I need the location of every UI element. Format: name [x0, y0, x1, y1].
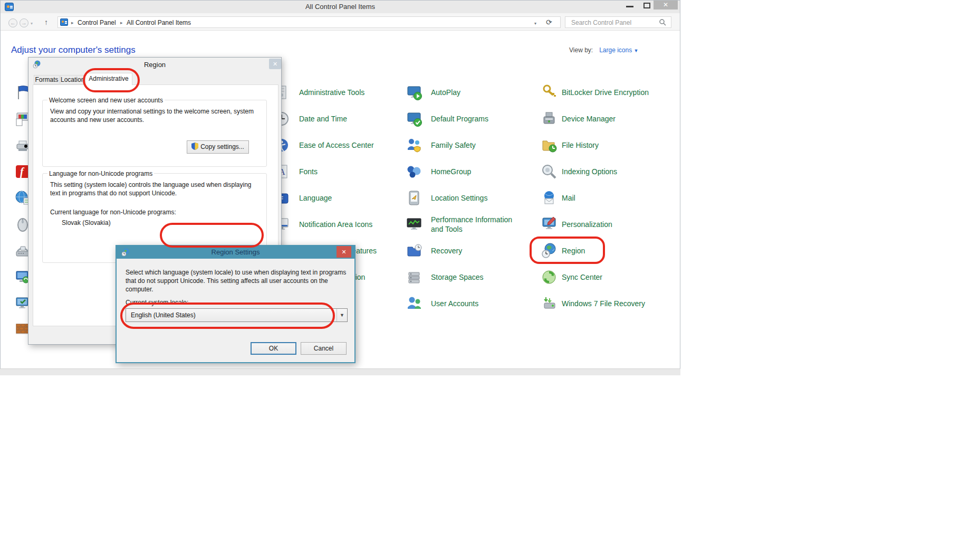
panel-item-label[interactable]: Windows 7 File Recovery — [562, 299, 683, 308]
panel-item-label[interactable]: Family Safety — [431, 140, 552, 150]
panel-item-label[interactable]: Fonts — [299, 167, 420, 176]
navigation-bar: ← → ▾ ↑ ▸ Control Panel ▸ All Control Pa… — [1, 13, 680, 31]
panel-item-label[interactable]: Ease of Access Center — [299, 140, 420, 150]
ok-button[interactable]: OK — [251, 342, 296, 355]
autoplay-icon[interactable] — [406, 84, 422, 101]
minimize-button[interactable] — [626, 6, 633, 7]
non-unicode-text-line1: This setting (system locale) controls th… — [50, 181, 252, 189]
tab-formats[interactable]: Formats — [34, 75, 60, 84]
panel-item-label[interactable]: Region — [562, 246, 683, 256]
panel-item-label[interactable]: Mail — [562, 193, 683, 203]
region-dialog-title: Region — [28, 61, 281, 69]
sync-center-icon[interactable] — [541, 269, 558, 286]
non-unicode-text-line2: text in programs that do not support Uni… — [50, 189, 177, 197]
maximize-button[interactable] — [643, 3, 650, 8]
welcome-screen-groupbox: Welcome screen and new user accounts Vie… — [42, 100, 267, 167]
win7-file-recovery-icon[interactable] — [541, 295, 558, 312]
breadcrumb-separator-icon: ▸ — [120, 20, 123, 25]
region-icon[interactable] — [541, 242, 558, 259]
uac-shield-icon — [191, 142, 198, 154]
family-safety-icon[interactable] — [406, 137, 422, 154]
mail-icon[interactable] — [541, 190, 558, 206]
panel-item-label[interactable]: Indexing Options — [562, 167, 683, 176]
rs-body-line2: that do not support Unicode. This settin… — [126, 277, 328, 285]
panel-item-label[interactable]: Location Settings — [431, 193, 552, 203]
breadcrumb-control-panel[interactable]: Control Panel — [78, 19, 116, 26]
search-box[interactable]: Search Control Panel — [565, 16, 671, 28]
welcome-screen-text-line2: accounts and new user accounts. — [50, 116, 144, 124]
window-title: All Control Panel Items — [1, 3, 680, 11]
history-dropdown-icon[interactable]: ▾ — [31, 21, 33, 26]
view-by-label: View by: — [569, 46, 593, 54]
search-placeholder: Search Control Panel — [571, 19, 631, 26]
cancel-button[interactable]: Cancel — [301, 342, 347, 355]
region-settings-titlebar: Region Settings ✕ — [117, 246, 354, 259]
panel-item-label[interactable]: Device Manager — [562, 114, 683, 124]
region-settings-close-button[interactable]: ✕ — [337, 246, 351, 258]
bitlocker-icon[interactable] — [541, 84, 558, 101]
region-settings-title: Region Settings — [117, 248, 354, 256]
view-by-control: View by:Large icons ▼ — [569, 46, 638, 54]
panel-item-label[interactable]: Default Programs — [431, 114, 552, 124]
rs-body-line1: Select which language (system locale) to… — [126, 268, 346, 277]
storage-spaces-icon[interactable] — [406, 269, 422, 286]
panel-item-label[interactable]: Storage Spaces — [431, 272, 552, 282]
panel-item-label[interactable]: HomeGroup — [431, 167, 552, 176]
welcome-screen-group-title: Welcome screen and new user accounts — [47, 97, 165, 104]
default-programs-icon[interactable] — [406, 110, 422, 127]
breadcrumb-current[interactable]: All Control Panel Items — [127, 19, 191, 26]
panel-item-label[interactable]: AutoPlay — [431, 88, 552, 97]
current-system-locale-label: Current system locale: — [126, 298, 188, 307]
view-by-dropdown-icon[interactable]: ▼ — [634, 48, 639, 53]
copy-settings-button[interactable]: Copy settings... — [187, 140, 249, 154]
refresh-icon[interactable]: ⟳ — [546, 18, 552, 26]
tab-administrative[interactable]: Administrative — [85, 73, 132, 85]
address-dropdown-icon[interactable]: ▾ — [534, 21, 536, 26]
indexing-options-icon[interactable] — [541, 163, 558, 180]
current-system-locale-dropdown[interactable]: English (United States) ▼ — [126, 308, 348, 322]
personalization-icon[interactable] — [541, 216, 558, 233]
breadcrumb-separator-icon: ▸ — [71, 20, 74, 25]
panel-item-label[interactable]: Performance Information and Tools — [431, 215, 521, 234]
address-bar[interactable]: ▸ Control Panel ▸ All Control Panel Item… — [57, 16, 561, 28]
panel-item-label[interactable]: Date and Time — [299, 114, 420, 124]
panel-item-label[interactable]: Administrative Tools — [299, 88, 420, 97]
panel-item-label[interactable]: Notification Area Icons — [299, 220, 420, 229]
current-language-value: Slovak (Slovakia) — [62, 219, 111, 227]
region-dialog-close-button[interactable]: ✕ — [269, 59, 281, 69]
panel-item-label[interactable]: Sync Center — [562, 272, 683, 282]
page-title: Adjust your computer's settings — [11, 45, 136, 55]
panel-item-label[interactable]: Personalization — [562, 220, 683, 229]
current-language-label: Current language for non-Unicode program… — [50, 208, 176, 216]
panel-item-label[interactable]: Language — [299, 193, 420, 203]
tab-location[interactable]: Location — [60, 75, 85, 84]
back-button[interactable]: ← — [8, 18, 17, 27]
file-history-icon[interactable] — [541, 137, 558, 154]
region-settings-dialog: Region Settings ✕ Select which language … — [116, 245, 356, 363]
panel-item-label[interactable]: Recovery — [431, 246, 552, 256]
view-by-value[interactable]: Large icons — [599, 46, 632, 54]
welcome-screen-text-line1: View and copy your international setting… — [50, 107, 254, 116]
close-button[interactable]: ✕ — [654, 1, 678, 10]
homegroup-icon[interactable] — [406, 163, 422, 180]
recovery-icon[interactable] — [406, 242, 422, 259]
locale-dropdown-value: English (United States) — [131, 311, 196, 319]
region-dialog-titlebar: Region ✕ — [28, 58, 281, 71]
up-button[interactable]: ↑ — [44, 18, 48, 26]
chevron-down-icon[interactable]: ▼ — [337, 309, 347, 321]
panel-item-label[interactable]: BitLocker Drive Encryption — [562, 88, 683, 97]
performance-icon[interactable] — [406, 216, 422, 233]
forward-button[interactable]: → — [20, 18, 28, 27]
device-manager-icon[interactable] — [541, 110, 558, 127]
control-panel-window: All Control Panel Items ✕ ← → ▾ ↑ ▸ Cont… — [0, 0, 680, 370]
title-bar: All Control Panel Items ✕ — [1, 1, 680, 13]
rs-body-line3: computer. — [126, 285, 153, 294]
search-icon[interactable] — [659, 19, 666, 26]
panel-item-label[interactable]: File History — [562, 140, 683, 150]
panel-item-label[interactable]: User Accounts — [431, 299, 552, 308]
window-bottom-edge — [0, 368, 680, 375]
user-accounts-icon[interactable] — [406, 295, 422, 312]
non-unicode-group-title: Language for non-Unicode programs — [47, 170, 154, 177]
location-settings-icon[interactable] — [406, 190, 422, 206]
breadcrumb-app-icon — [60, 18, 68, 26]
